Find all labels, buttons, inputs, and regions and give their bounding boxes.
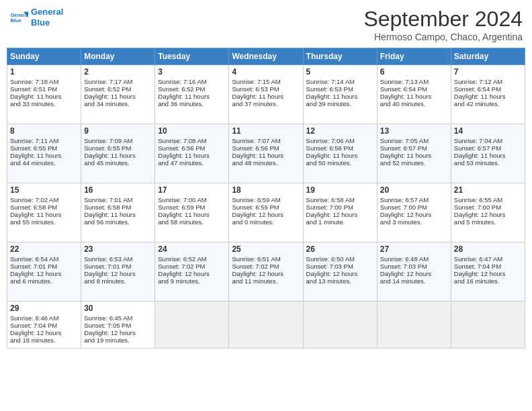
table-row: 15Sunrise: 7:02 AMSunset: 6:58 PMDayligh… (7, 183, 81, 242)
day-info: Sunrise: 7:04 AM (454, 137, 522, 144)
day-info: Daylight: 11 hours (454, 152, 522, 159)
day-info: and 13 minutes. (306, 277, 374, 285)
day-info: Daylight: 12 hours (306, 211, 374, 218)
day-info: Daylight: 12 hours (10, 270, 78, 277)
day-info: Sunrise: 6:53 AM (84, 255, 152, 263)
day-number: 6 (380, 67, 448, 77)
day-info: Daylight: 11 hours (84, 152, 152, 159)
day-info: Sunset: 6:56 PM (306, 144, 374, 152)
day-info: Sunset: 7:02 PM (232, 263, 300, 270)
day-info: Sunrise: 7:13 AM (380, 78, 448, 85)
day-number: 2 (84, 67, 152, 77)
day-info: Daylight: 11 hours (84, 211, 152, 218)
day-info: Daylight: 11 hours (380, 93, 448, 100)
table-row: 29Sunrise: 6:46 AMSunset: 7:04 PMDayligh… (7, 302, 81, 349)
day-info: Daylight: 11 hours (84, 93, 152, 100)
day-info: Sunrise: 7:16 AM (158, 78, 226, 85)
day-number: 1 (10, 67, 78, 77)
day-info: Sunset: 6:56 PM (158, 144, 226, 152)
day-info: and 1 minute. (306, 218, 374, 226)
day-info: Daylight: 12 hours (380, 270, 448, 277)
day-number: 17 (158, 185, 226, 195)
day-info: Sunset: 6:58 PM (10, 203, 78, 211)
table-row: 7Sunrise: 7:12 AMSunset: 6:54 PMDaylight… (451, 65, 525, 124)
day-number: 24 (158, 244, 226, 254)
day-info: Sunrise: 7:18 AM (10, 78, 78, 85)
day-info: Daylight: 12 hours (232, 270, 300, 277)
table-row: 14Sunrise: 7:04 AMSunset: 6:57 PMDayligh… (451, 124, 525, 183)
day-number: 12 (306, 126, 374, 136)
table-row: 9Sunrise: 7:09 AMSunset: 6:55 PMDaylight… (81, 124, 155, 183)
day-info: and 34 minutes. (84, 100, 152, 107)
day-number: 8 (10, 126, 78, 136)
table-row: 13Sunrise: 7:05 AMSunset: 6:57 PMDayligh… (377, 124, 451, 183)
col-thursday: Thursday (303, 48, 377, 65)
day-number: 28 (454, 244, 522, 254)
day-info: Sunset: 6:54 PM (454, 85, 522, 93)
table-row: 27Sunrise: 6:48 AMSunset: 7:03 PMDayligh… (377, 242, 451, 302)
day-info: Daylight: 11 hours (158, 211, 226, 218)
day-info: and 18 minutes. (10, 336, 78, 344)
day-info: Daylight: 12 hours (454, 270, 522, 277)
day-info: Sunrise: 6:58 AM (306, 196, 374, 203)
day-info: Sunrise: 7:01 AM (84, 196, 152, 203)
table-row: 1Sunrise: 7:18 AMSunset: 6:51 PMDaylight… (7, 65, 81, 124)
table-row: 6Sunrise: 7:13 AMSunset: 6:54 PMDaylight… (377, 65, 451, 124)
day-info: Daylight: 12 hours (306, 270, 374, 277)
day-info: Daylight: 11 hours (10, 93, 78, 100)
day-info: and 11 minutes. (232, 277, 300, 285)
day-info: Sunset: 6:57 PM (454, 144, 522, 152)
day-info: Daylight: 11 hours (306, 152, 374, 159)
table-row: 16Sunrise: 7:01 AMSunset: 6:58 PMDayligh… (81, 183, 155, 242)
day-number: 22 (10, 244, 78, 254)
logo-icon: General Blue (9, 8, 28, 27)
table-row: 30Sunrise: 6:45 AMSunset: 7:05 PMDayligh… (81, 302, 155, 349)
table-row: 26Sunrise: 6:50 AMSunset: 7:03 PMDayligh… (303, 242, 377, 302)
day-info: Daylight: 11 hours (158, 93, 226, 100)
day-number: 30 (84, 304, 152, 313)
day-info: Sunrise: 6:47 AM (454, 255, 522, 263)
day-info: Sunrise: 7:02 AM (10, 196, 78, 203)
table-row: 2Sunrise: 7:17 AMSunset: 6:52 PMDaylight… (81, 65, 155, 124)
table-row: 25Sunrise: 6:51 AMSunset: 7:02 PMDayligh… (229, 242, 303, 302)
day-info: Sunset: 7:03 PM (306, 263, 374, 270)
table-row (303, 302, 377, 349)
day-info: Sunrise: 7:09 AM (84, 137, 152, 144)
location: Hermoso Campo, Chaco, Argentina (363, 32, 523, 42)
day-number: 19 (306, 185, 374, 195)
day-number: 7 (454, 67, 522, 77)
day-info: Sunset: 6:53 PM (232, 85, 300, 93)
day-info: Sunrise: 6:52 AM (158, 255, 226, 263)
day-info: Daylight: 12 hours (84, 270, 152, 277)
page-header: General Blue General Blue September 2024… (7, 7, 525, 42)
day-info: Sunset: 7:00 PM (306, 203, 374, 211)
table-row: 10Sunrise: 7:08 AMSunset: 6:56 PMDayligh… (155, 124, 229, 183)
day-info: Daylight: 12 hours (380, 211, 448, 218)
col-tuesday: Tuesday (155, 48, 229, 65)
svg-text:Blue: Blue (10, 17, 21, 24)
day-info: and 16 minutes. (454, 277, 522, 285)
day-info: and 3 minutes. (380, 218, 448, 226)
table-row: 23Sunrise: 6:53 AMSunset: 7:01 PMDayligh… (81, 242, 155, 302)
day-info: Sunrise: 6:46 AM (10, 314, 78, 322)
day-number: 26 (306, 244, 374, 254)
table-row: 5Sunrise: 7:14 AMSunset: 6:53 PMDaylight… (303, 65, 377, 124)
logo: General Blue General Blue (9, 7, 63, 28)
col-friday: Friday (377, 48, 451, 65)
day-info: Sunrise: 7:14 AM (306, 78, 374, 85)
day-number: 18 (232, 185, 300, 195)
day-number: 15 (10, 185, 78, 195)
title-block: September 2024 Hermoso Campo, Chaco, Arg… (363, 7, 523, 42)
day-info: Daylight: 12 hours (232, 211, 300, 218)
calendar-row: 29Sunrise: 6:46 AMSunset: 7:04 PMDayligh… (7, 302, 525, 349)
table-row: 4Sunrise: 7:15 AMSunset: 6:53 PMDaylight… (229, 65, 303, 124)
day-number: 16 (84, 185, 152, 195)
day-info: Sunset: 7:05 PM (84, 322, 152, 329)
day-number: 11 (232, 126, 300, 136)
table-row: 22Sunrise: 6:54 AMSunset: 7:01 PMDayligh… (7, 242, 81, 302)
day-info: Sunset: 7:01 PM (84, 263, 152, 270)
day-info: Daylight: 12 hours (158, 270, 226, 277)
day-number: 9 (84, 126, 152, 136)
day-info: Sunset: 6:52 PM (84, 85, 152, 93)
table-row: 24Sunrise: 6:52 AMSunset: 7:02 PMDayligh… (155, 242, 229, 302)
